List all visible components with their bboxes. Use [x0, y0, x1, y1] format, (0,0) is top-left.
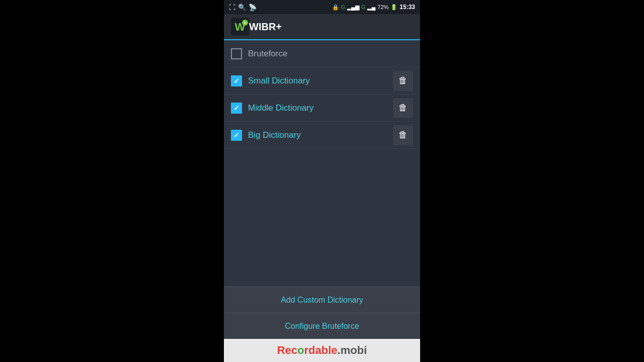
list-item-small-dictionary[interactable]: ✓ Small Dictionary 🗑	[224, 67, 420, 95]
checkbox-middle-dictionary[interactable]: ✓	[231, 103, 242, 114]
signal-g2-icon: G	[361, 4, 366, 10]
expand-icon: ⛶	[229, 4, 235, 11]
banner-a: a	[315, 344, 321, 357]
clock: 15:33	[399, 4, 415, 11]
banner-dot: .mobi	[338, 344, 367, 357]
banner-c: c	[291, 344, 297, 357]
recordable-banner: R e c o rd a b le .mobi	[224, 339, 420, 362]
signal-g-icon: G	[341, 4, 346, 10]
lock-icon: 🔒	[332, 4, 339, 11]
delete-middle-dictionary-button[interactable]: 🗑	[393, 98, 413, 118]
battery-percent: 72%	[377, 4, 388, 10]
label-small-dictionary: Small Dictionary	[248, 76, 393, 86]
app-title: WIBR+	[249, 21, 282, 33]
trash-icon: 🗑	[398, 75, 408, 86]
list-item-bruteforce[interactable]: Bruteforce	[224, 40, 420, 67]
add-custom-dictionary-button[interactable]: Add Custom Dictionary	[224, 287, 420, 313]
svg-text:+: +	[244, 21, 246, 26]
banner-rd: rd	[304, 344, 315, 357]
configure-bruteforce-button[interactable]: Configure Bruteforce	[224, 313, 420, 339]
checkbox-bruteforce[interactable]	[231, 48, 242, 59]
banner-o: o	[297, 344, 304, 357]
delete-big-dictionary-button[interactable]: 🗑	[393, 125, 413, 145]
banner-e: e	[285, 344, 291, 357]
label-middle-dictionary: Middle Dictionary	[248, 103, 393, 113]
trash-icon-big: 🗑	[398, 130, 408, 140]
search-icon: 🔍	[238, 4, 246, 11]
list-item-middle-dictionary[interactable]: ✓ Middle Dictionary 🗑	[224, 95, 420, 122]
banner-b: b	[321, 344, 328, 357]
bottom-buttons: Add Custom Dictionary Configure Brutefor…	[224, 287, 420, 339]
label-bruteforce: Bruteforce	[248, 49, 413, 59]
status-bar-right: 🔒 G ▂▄▆ G ▂▄ 72% 🔋 15:33	[332, 4, 415, 11]
banner-le: le	[328, 344, 337, 357]
label-big-dictionary: Big Dictionary	[248, 130, 393, 140]
toolbar: W + WIBR+	[224, 14, 420, 40]
cast-icon: 📡	[249, 4, 257, 11]
phone-frame: ⛶ 🔍 📡 🔒 G ▂▄▆ G ▂▄ 72% 🔋 15:33 W + WIBR+	[224, 0, 420, 362]
status-bar: ⛶ 🔍 📡 🔒 G ▂▄▆ G ▂▄ 72% 🔋 15:33	[224, 0, 420, 14]
content-area: Bruteforce ✓ Small Dictionary 🗑 ✓ Middle…	[224, 40, 420, 362]
status-bar-left: ⛶ 🔍 📡	[229, 4, 257, 11]
signal-bars: ▂▄▆	[347, 4, 359, 11]
app-logo: W +	[231, 18, 249, 36]
delete-small-dictionary-button[interactable]: 🗑	[393, 71, 413, 91]
checkbox-big-dictionary[interactable]: ✓	[231, 130, 242, 141]
battery-icon: 🔋	[390, 4, 397, 11]
list-item-big-dictionary[interactable]: ✓ Big Dictionary 🗑	[224, 122, 420, 149]
banner-R: R	[277, 344, 285, 357]
checkbox-small-dictionary[interactable]: ✓	[231, 75, 242, 86]
trash-icon-middle: 🗑	[398, 103, 408, 113]
list-area: Bruteforce ✓ Small Dictionary 🗑 ✓ Middle…	[224, 40, 420, 287]
signal-bars2: ▂▄	[367, 4, 375, 11]
